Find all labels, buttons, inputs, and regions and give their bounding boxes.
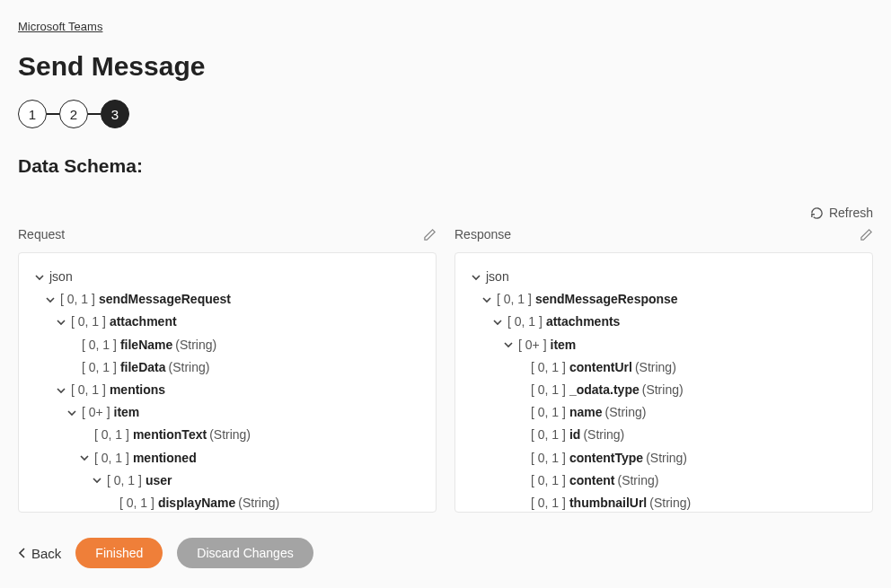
tree-node[interactable]: [ 0, 1 ] sendMessageRequest: [28, 288, 427, 311]
tree-node[interactable]: [ 0, 1 ] mentioned: [28, 447, 427, 470]
step-connector: [88, 113, 101, 115]
cardinality: [ 0, 1 ]: [531, 401, 566, 424]
tree-label: fileName: [120, 334, 172, 356]
tree-label: mentions: [110, 379, 165, 401]
cardinality: [ 0, 1 ]: [71, 379, 106, 401]
tree-type: (String): [646, 447, 687, 470]
tree-label: user: [146, 470, 172, 492]
tree-type: (String): [169, 356, 210, 379]
tree-type: (String): [583, 424, 624, 446]
discard-changes-button[interactable]: Discard Changes: [177, 538, 313, 568]
cardinality: [ 0, 1 ]: [531, 379, 566, 401]
cardinality: [ 0, 1 ]: [107, 470, 142, 492]
response-panel: json [ 0, 1 ] sendMessageResponse [ 0, 1…: [454, 252, 873, 513]
chevron-down-icon[interactable]: [470, 273, 482, 282]
chevron-down-icon[interactable]: [55, 318, 67, 327]
tree-type: (String): [209, 424, 251, 446]
tree-label: mentionText: [133, 424, 207, 446]
chevron-down-icon[interactable]: [491, 318, 504, 327]
tree-node[interactable]: [ 0+ ] item: [28, 401, 427, 424]
page-title: Send Message: [18, 51, 873, 82]
chevron-down-icon[interactable]: [66, 408, 78, 417]
edit-response-icon[interactable]: [860, 228, 873, 241]
cardinality: [ 0, 1 ]: [531, 424, 566, 446]
tree-label: sendMessageResponse: [535, 288, 678, 311]
cardinality: [ 0, 1 ]: [531, 447, 566, 470]
tree-label: contentType: [569, 447, 643, 470]
tree-type: (String): [642, 379, 684, 401]
tree-node[interactable]: [ 0, 1 ] attachment: [28, 311, 427, 333]
tree-node[interactable]: [ 0, 1 ] _odata.type (String): [464, 379, 863, 401]
response-column: Response json [ 0, 1 ] sendMessageRespon…: [454, 224, 873, 513]
tree-label: name: [569, 401, 603, 424]
chevron-down-icon[interactable]: [55, 386, 67, 395]
tree-node[interactable]: [ 0, 1 ] fileData (String): [28, 356, 427, 379]
cardinality: [ 0, 1 ]: [82, 334, 117, 356]
request-panel: json [ 0, 1 ] sendMessageRequest [ 0, 1 …: [18, 252, 437, 513]
cardinality: [ 0, 1 ]: [94, 447, 129, 470]
tree-label: content: [569, 470, 615, 492]
cardinality: [ 0, 1 ]: [82, 356, 117, 379]
request-label: Request: [18, 227, 65, 241]
tree-node[interactable]: json: [28, 266, 427, 288]
cardinality: [ 0, 1 ]: [71, 311, 106, 333]
tree-node[interactable]: [ 0, 1 ] name (String): [464, 401, 863, 424]
stepper: 1 2 3: [18, 100, 873, 128]
tree-node[interactable]: [ 0, 1 ] thumbnailUrl (String): [464, 492, 863, 513]
breadcrumb[interactable]: Microsoft Teams: [18, 20, 102, 33]
step-2[interactable]: 2: [59, 100, 88, 128]
tree-node[interactable]: [ 0, 1 ] content (String): [464, 470, 863, 492]
tree-label: fileData: [120, 356, 166, 379]
cardinality: [ 0, 1 ]: [119, 492, 154, 513]
finished-button[interactable]: Finished: [75, 538, 163, 568]
chevron-down-icon[interactable]: [91, 476, 103, 485]
tree-node[interactable]: [ 0, 1 ] displayName (String): [28, 492, 427, 513]
tree-label: _odata.type: [569, 379, 640, 401]
chevron-down-icon[interactable]: [481, 295, 493, 304]
tree-type: (String): [605, 401, 647, 424]
step-1[interactable]: 1: [18, 100, 47, 128]
chevron-left-icon: [18, 548, 26, 558]
tree-label: item: [551, 334, 577, 356]
tree-node[interactable]: [ 0, 1 ] mentions: [28, 379, 427, 401]
tree-label: item: [114, 401, 140, 424]
cardinality: [ 0, 1 ]: [94, 424, 129, 446]
tree-type: (String): [635, 356, 676, 379]
tree-node[interactable]: [ 0, 1 ] contentType (String): [464, 447, 863, 470]
tree-label: json: [49, 266, 73, 288]
tree-label: sendMessageRequest: [99, 288, 231, 311]
back-label: Back: [31, 546, 61, 561]
tree-label: mentioned: [133, 447, 197, 470]
tree-node[interactable]: [ 0, 1 ] mentionText (String): [28, 424, 427, 446]
tree-label: displayName: [158, 492, 235, 513]
tree-node[interactable]: json: [464, 266, 863, 288]
chevron-down-icon[interactable]: [33, 273, 46, 282]
edit-request-icon[interactable]: [423, 228, 437, 241]
tree-type: (String): [649, 492, 691, 513]
tree-type: (String): [175, 334, 216, 356]
cardinality: [ 0+ ]: [82, 401, 110, 424]
tree-type: (String): [617, 470, 658, 492]
tree-type: (String): [238, 492, 279, 513]
tree-node[interactable]: [ 0, 1 ] id (String): [464, 424, 863, 446]
tree-node[interactable]: [ 0, 1 ] attachments: [464, 311, 863, 333]
tree-node[interactable]: [ 0, 1 ] contentUrl (String): [464, 356, 863, 379]
step-3-current[interactable]: 3: [101, 100, 129, 128]
request-column: Request json [ 0, 1 ] sendMessageRequest: [18, 224, 437, 513]
tree-node[interactable]: [ 0, 1 ] fileName (String): [28, 334, 427, 356]
step-connector: [47, 113, 59, 115]
tree-node[interactable]: [ 0, 1 ] sendMessageResponse: [464, 288, 863, 311]
cardinality: [ 0, 1 ]: [60, 288, 95, 311]
footer: Back Finished Discard Changes: [18, 538, 873, 568]
cardinality: [ 0, 1 ]: [507, 311, 543, 333]
response-label: Response: [454, 227, 511, 241]
back-link[interactable]: Back: [18, 546, 61, 561]
chevron-down-icon[interactable]: [78, 453, 91, 462]
tree-node[interactable]: [ 0+ ] item: [464, 334, 863, 356]
chevron-down-icon[interactable]: [44, 295, 57, 304]
refresh-button[interactable]: Refresh: [810, 204, 873, 222]
cardinality: [ 0, 1 ]: [531, 492, 566, 513]
tree-node[interactable]: [ 0, 1 ] user: [28, 470, 427, 492]
chevron-down-icon[interactable]: [502, 340, 515, 349]
cardinality: [ 0, 1 ]: [531, 470, 566, 492]
